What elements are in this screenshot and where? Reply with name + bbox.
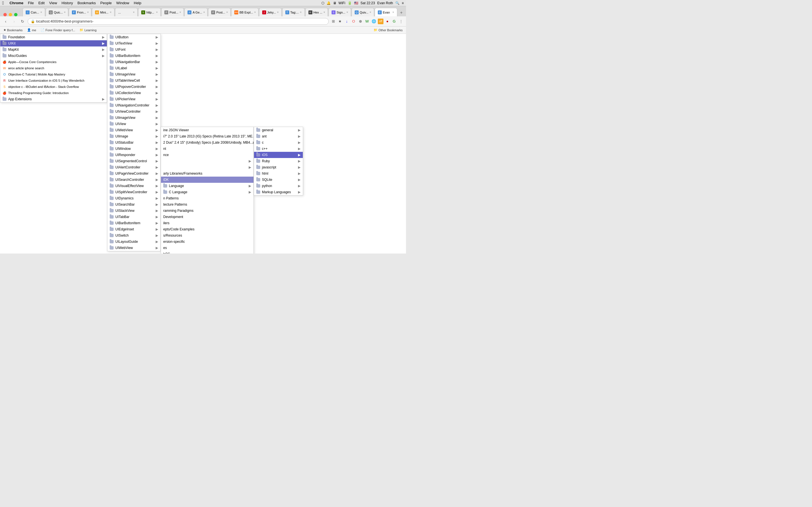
menu-item-markup[interactable]: Markup Languages ▶ bbox=[254, 189, 303, 195]
bookmark-bookmarks[interactable]: ★ Bookmarks bbox=[2, 27, 24, 33]
tab-close[interactable]: × bbox=[276, 11, 279, 14]
bookmark-fone[interactable]: 📄 Fone Finder query f... bbox=[40, 27, 76, 33]
menu-item-clanguage[interactable]: C Language ▶ bbox=[161, 189, 253, 195]
menu-item-uiimageview2[interactable]: UIImageView ▶ bbox=[107, 115, 160, 121]
tab-quiv[interactable]: Q Quiv... × bbox=[352, 8, 374, 16]
menu-item-sdk[interactable]: iDK bbox=[161, 177, 253, 183]
menu-item-ruby[interactable]: Ruby ▶ bbox=[254, 158, 303, 164]
menu-item-objc[interactable]: O Objective-C Tutorial | Mobile App Mast… bbox=[0, 71, 107, 77]
extension4-icon[interactable]: W bbox=[364, 18, 370, 24]
menu-item-uidynamics[interactable]: UIDynamics ▶ bbox=[107, 195, 160, 202]
menu-item-uialert[interactable]: UIAlertController ▶ bbox=[107, 164, 160, 170]
tab-fron[interactable]: F Fron... × bbox=[69, 8, 91, 16]
address-bar[interactable]: 🔒 localhost:4000/the-best-programmers- bbox=[28, 18, 329, 25]
minimize-button[interactable] bbox=[9, 13, 12, 16]
menu-item-uibarbuttonitem2[interactable]: UIBarButtonItem ▶ bbox=[107, 220, 160, 226]
menu-item-uicollection[interactable]: UICollectionView ▶ bbox=[107, 90, 160, 96]
menu-item-uifont[interactable]: UIFont ▶ bbox=[107, 47, 160, 53]
extension3-icon[interactable]: ⊛ bbox=[357, 18, 363, 24]
tab-tag[interactable]: T Tag:... × bbox=[282, 8, 305, 16]
menu-item-uistatusbar[interactable]: UIStatusBar ▶ bbox=[107, 139, 160, 146]
tab-evan[interactable]: E Evan × bbox=[375, 8, 397, 16]
help-menu[interactable]: Help bbox=[132, 0, 144, 6]
menu-item-prog[interactable]: ramming Paradigms bbox=[161, 208, 253, 214]
close-button[interactable] bbox=[3, 13, 7, 16]
extension8-icon[interactable]: G bbox=[391, 18, 397, 24]
menu-item-uikit[interactable]: UIKit ▶ bbox=[0, 40, 107, 47]
menu-item-uilayoutguide[interactable]: UILayoutGuide ▶ bbox=[107, 238, 160, 245]
menu-item-appext[interactable]: App Extensions ▶ bbox=[0, 96, 107, 102]
menu-item-es[interactable]: es bbox=[161, 245, 253, 251]
menu-item-python[interactable]: python ▶ bbox=[254, 183, 303, 189]
tab-jeky[interactable]: J Jeky... × bbox=[259, 8, 282, 16]
tab-con[interactable]: i Con... × bbox=[22, 8, 45, 16]
menu-item-iboutlet[interactable]: S objective c - IBOutlet and IBAction - … bbox=[0, 83, 107, 90]
menu-item-empty2[interactable]: ▶ bbox=[161, 164, 253, 170]
tab-close[interactable]: × bbox=[132, 11, 135, 14]
tab-post1[interactable]: P Post... × bbox=[161, 8, 184, 16]
menu-item-uiimage[interactable]: UIImage ▶ bbox=[107, 133, 160, 139]
extension2-icon[interactable]: O bbox=[351, 18, 356, 24]
menu-item-specs1[interactable]: i7" 2.0 15" Late 2013 (IG) Specs (Retina… bbox=[161, 133, 253, 139]
tab-close[interactable]: × bbox=[39, 11, 42, 14]
tab-hex[interactable]: H Hex ... × bbox=[305, 8, 328, 16]
menu-item-javascript[interactable]: javascript ▶ bbox=[254, 164, 303, 170]
people-menu[interactable]: People bbox=[98, 0, 114, 6]
menu-item-uiwindow[interactable]: UIWindow ▶ bbox=[107, 146, 160, 152]
menu-item-sqlite[interactable]: SQLite ▶ bbox=[254, 177, 303, 183]
menu-item-uiresponder[interactable]: UIResponder ▶ bbox=[107, 152, 160, 158]
menu-item-uipicker[interactable]: UIPickerView ▶ bbox=[107, 96, 160, 102]
menu-item-mapkit[interactable]: MapKit ▶ bbox=[0, 47, 107, 53]
menu-item-cpp[interactable]: c++ ▶ bbox=[254, 146, 303, 152]
menu-item-compilers[interactable]: ilers bbox=[161, 220, 253, 226]
tab-post2[interactable]: P Post... × bbox=[208, 8, 231, 16]
menu-item-uisegmented[interactable]: UISegmentedControl ▶ bbox=[107, 158, 160, 164]
more-icon[interactable]: ⋮ bbox=[398, 18, 404, 24]
menu-item-dev[interactable]: Development bbox=[161, 214, 253, 220]
menu-item-wrox[interactable]: W wrox article iphone search bbox=[0, 65, 107, 71]
menu-item-uiwebview2[interactable]: UIWebView ▶ bbox=[107, 245, 160, 251]
extension7-icon[interactable]: ● bbox=[385, 18, 390, 24]
bookmarks-menu[interactable]: Bookmarks bbox=[75, 0, 98, 6]
menu-item-uitextview[interactable]: UITextView ▶ bbox=[107, 40, 160, 47]
menu-item-foundation[interactable]: Foundation ▶ bbox=[0, 34, 107, 40]
tab-close[interactable]: × bbox=[322, 11, 325, 14]
bookmark-other[interactable]: 📁 Other Bookmarks bbox=[372, 27, 404, 33]
menu-item-uibutton[interactable]: UIButton ▶ bbox=[107, 34, 160, 40]
back-button[interactable]: ‹ bbox=[2, 18, 9, 25]
menu-item-uiviewcontroller[interactable]: UIViewController ▶ bbox=[107, 108, 160, 115]
tab-close[interactable]: × bbox=[391, 11, 394, 14]
menu-item-apple[interactable]: 🍎 Apple—Cocoa Core Competencies bbox=[0, 59, 107, 65]
chrome-menu[interactable]: Chrome bbox=[7, 0, 26, 6]
bookmark-star-icon[interactable]: ★ bbox=[337, 18, 343, 24]
tab-close[interactable]: × bbox=[86, 11, 89, 14]
forward-button[interactable]: › bbox=[11, 18, 17, 25]
menu-item-patterns[interactable]: n Patterns bbox=[161, 195, 253, 202]
tab-close[interactable]: × bbox=[345, 11, 348, 14]
window-menu[interactable]: Window bbox=[114, 0, 132, 6]
menu-item-json-viewer[interactable]: ine JSON Viewer bbox=[161, 127, 253, 133]
file-menu[interactable]: File bbox=[26, 0, 36, 6]
menu-item-uibarbuttonitem1[interactable]: UIBarButtonItem ▶ bbox=[107, 53, 160, 59]
menu-item-uiview[interactable]: UIView ▶ bbox=[107, 121, 160, 127]
menu-item-version[interactable]: ersion-specific bbox=[161, 238, 253, 245]
cast-icon[interactable]: ⊞ bbox=[331, 18, 336, 24]
tab-ellipsis[interactable]: ... × bbox=[115, 8, 138, 16]
extension1-icon[interactable]: ↓ bbox=[344, 18, 350, 24]
search-icon[interactable]: 🔍 bbox=[395, 1, 400, 5]
menu-item-uitableviewcell[interactable]: UITableViewCell ▶ bbox=[107, 77, 160, 83]
menu-item-specs2[interactable]: 2 Duo" 2.4 15" (Unibody) Specs (Late 200… bbox=[161, 139, 253, 146]
reload-button[interactable]: ↻ bbox=[19, 18, 26, 25]
bookmark-learning[interactable]: 📁 Learning bbox=[79, 27, 98, 33]
tab-close[interactable]: × bbox=[225, 11, 228, 14]
extension5-icon[interactable]: 🌐 bbox=[371, 18, 377, 24]
menu-item-resources[interactable]: s/Resources bbox=[161, 232, 253, 238]
menu-item-uivisual[interactable]: UIVisualEffectView ▶ bbox=[107, 183, 160, 189]
menu-item-uipopover[interactable]: UIPopoverController ▶ bbox=[107, 83, 160, 90]
edit-menu[interactable]: Edit bbox=[36, 0, 47, 6]
new-tab-button[interactable]: + bbox=[400, 10, 403, 15]
menu-item-uiwebview1[interactable]: UIWebView ▶ bbox=[107, 127, 160, 133]
menu-item-hos[interactable]: hOS bbox=[161, 251, 253, 253]
tab-bb[interactable]: BB BB Expl... × bbox=[231, 8, 258, 16]
menu-item-nt[interactable]: nt bbox=[161, 146, 253, 152]
